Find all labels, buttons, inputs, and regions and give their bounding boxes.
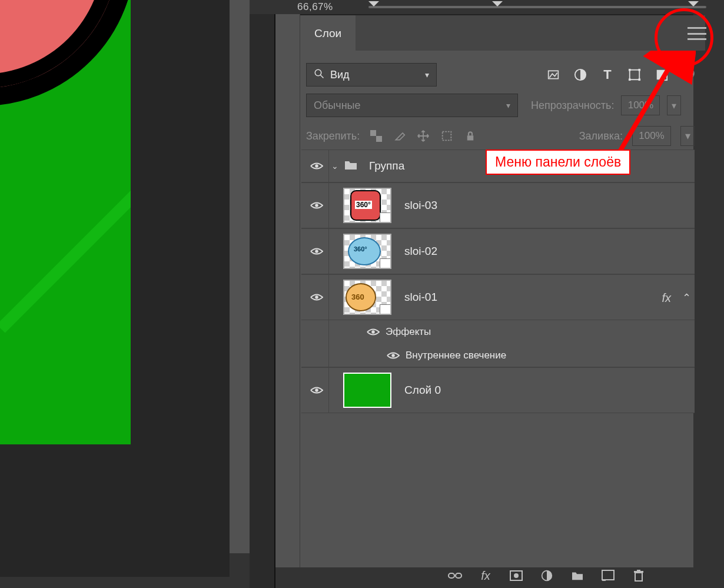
- smartobject-badge-icon: [380, 304, 391, 315]
- visibility-toggle[interactable]: [305, 293, 328, 302]
- layer-style-fx-icon[interactable]: fx: [478, 569, 493, 583]
- effect-name[interactable]: Внутреннее свечение: [406, 350, 506, 361]
- chevron-down-icon: ▾: [506, 101, 510, 110]
- layer-name[interactable]: sloi-03: [404, 199, 437, 212]
- visibility-toggle[interactable]: [305, 247, 328, 256]
- zoom-value[interactable]: 66,67%: [297, 1, 333, 13]
- svg-point-19: [315, 250, 318, 253]
- new-adjustment-layer-icon[interactable]: [539, 570, 554, 582]
- annotation-circle: [655, 8, 713, 67]
- document-canvas[interactable]: [0, 0, 131, 444]
- link-layers-icon[interactable]: [447, 572, 463, 580]
- layer-filter-type-label: Вид: [330, 69, 350, 81]
- layer-row[interactable]: Слой 0: [301, 367, 695, 413]
- svg-rect-16: [467, 135, 474, 140]
- filter-shape-icon[interactable]: [627, 68, 642, 82]
- svg-rect-4: [630, 70, 640, 80]
- search-icon: [314, 68, 324, 82]
- blend-mode-label: Обычные: [314, 99, 361, 112]
- svg-rect-13: [370, 130, 376, 136]
- canvas-stripe-green: [0, 150, 131, 333]
- layer-row[interactable]: sloi-01 fx ⌃: [301, 274, 695, 320]
- blend-mode-combo[interactable]: Обычные ▾: [306, 94, 518, 117]
- layer-row[interactable]: sloi-03: [301, 182, 695, 228]
- layer-name[interactable]: sloi-01: [404, 291, 437, 304]
- lock-all-icon[interactable]: [463, 129, 477, 143]
- lock-brush-icon[interactable]: [393, 129, 407, 143]
- svg-rect-31: [634, 571, 643, 573]
- canvas-shape-red: [0, 0, 131, 106]
- svg-rect-14: [376, 136, 382, 142]
- layer-name[interactable]: Слой 0: [404, 384, 441, 397]
- layer-filter-row: Вид ▾ T: [306, 61, 695, 88]
- visibility-toggle[interactable]: [364, 327, 382, 337]
- svg-rect-5: [629, 69, 631, 71]
- zoom-slider-min-icon[interactable]: [368, 1, 379, 12]
- zoom-slider-handle-icon[interactable]: [492, 1, 503, 12]
- layer-thumbnail[interactable]: [343, 280, 391, 315]
- panel-gutter: [275, 14, 300, 567]
- visibility-toggle[interactable]: [305, 201, 328, 210]
- layer-thumbnail[interactable]: [343, 234, 391, 269]
- group-name[interactable]: Группа: [369, 160, 404, 172]
- thumb-art: [350, 190, 381, 221]
- layer-filter-icons: T: [546, 68, 695, 82]
- filter-pixel-icon[interactable]: [546, 68, 560, 82]
- thumb-art: [346, 283, 376, 311]
- fx-expand-chevron-icon[interactable]: ⌃: [682, 291, 691, 304]
- annotation-callout: Меню панели слоёв: [486, 150, 630, 175]
- svg-point-20: [315, 295, 318, 299]
- tab-layers[interactable]: Слои: [300, 15, 356, 52]
- document-canvas-area[interactable]: [0, 0, 230, 577]
- visibility-toggle[interactable]: [305, 386, 328, 395]
- filter-smartobject-icon[interactable]: [655, 68, 669, 82]
- lock-transparent-icon[interactable]: [369, 129, 383, 143]
- canvas-border: [230, 0, 250, 553]
- blend-opacity-row: Обычные ▾ Непрозрачность: 100% ▾: [306, 93, 695, 118]
- fx-badge[interactable]: fx: [662, 291, 671, 305]
- layer-thumbnail[interactable]: [343, 188, 391, 223]
- effects-label: Эффекты: [386, 326, 431, 338]
- svg-rect-6: [638, 69, 640, 71]
- lock-artboard-icon[interactable]: [440, 129, 454, 143]
- effect-item-row[interactable]: Внутреннее свечение: [301, 344, 695, 367]
- layer-row[interactable]: sloi-02: [301, 228, 695, 274]
- tab-strip: [354, 15, 705, 51]
- filter-adjustment-icon[interactable]: [573, 68, 587, 82]
- filter-type-icon[interactable]: T: [600, 68, 615, 82]
- delete-layer-icon[interactable]: [631, 569, 646, 582]
- side-gutter: [250, 14, 275, 588]
- fill-chevron-icon[interactable]: ▾: [680, 126, 695, 146]
- opacity-chevron-icon[interactable]: ▾: [667, 95, 681, 115]
- zoom-bar[interactable]: 66,67%: [294, 0, 706, 14]
- folder-icon: [343, 159, 361, 174]
- zoom-slider-track[interactable]: [368, 6, 706, 8]
- layer-thumbnail[interactable]: [343, 373, 391, 408]
- layer-name[interactable]: sloi-02: [404, 245, 437, 258]
- layer-filter-type-combo[interactable]: Вид ▾: [306, 63, 437, 87]
- svg-line-1: [320, 75, 323, 78]
- svg-point-18: [315, 204, 318, 207]
- new-group-icon[interactable]: [570, 570, 585, 581]
- fill-label: Заливка:: [579, 130, 623, 142]
- visibility-toggle[interactable]: [305, 161, 328, 171]
- svg-point-22: [391, 354, 395, 357]
- svg-rect-32: [637, 570, 640, 571]
- fill-input[interactable]: 100%: [632, 126, 671, 146]
- smartobject-badge-icon: [380, 212, 391, 223]
- filter-toggle-switch[interactable]: [685, 69, 695, 78]
- effects-heading-row[interactable]: Эффекты: [301, 320, 695, 344]
- thumb-art: [348, 237, 381, 265]
- svg-point-23: [315, 388, 318, 392]
- opacity-input[interactable]: 100%: [621, 95, 660, 115]
- svg-point-17: [315, 164, 318, 168]
- lock-fill-row: Закрепить: Заливка: 100% ▾: [306, 124, 695, 148]
- svg-rect-25: [456, 573, 461, 578]
- new-layer-icon[interactable]: [600, 570, 616, 582]
- svg-point-21: [371, 330, 375, 334]
- visibility-toggle[interactable]: [384, 351, 402, 360]
- group-expand-chevron-icon[interactable]: ⌄: [331, 161, 343, 171]
- lock-move-icon[interactable]: [416, 129, 430, 143]
- add-mask-icon[interactable]: [509, 570, 524, 581]
- layers-bottom-toolbar: fx: [447, 565, 695, 586]
